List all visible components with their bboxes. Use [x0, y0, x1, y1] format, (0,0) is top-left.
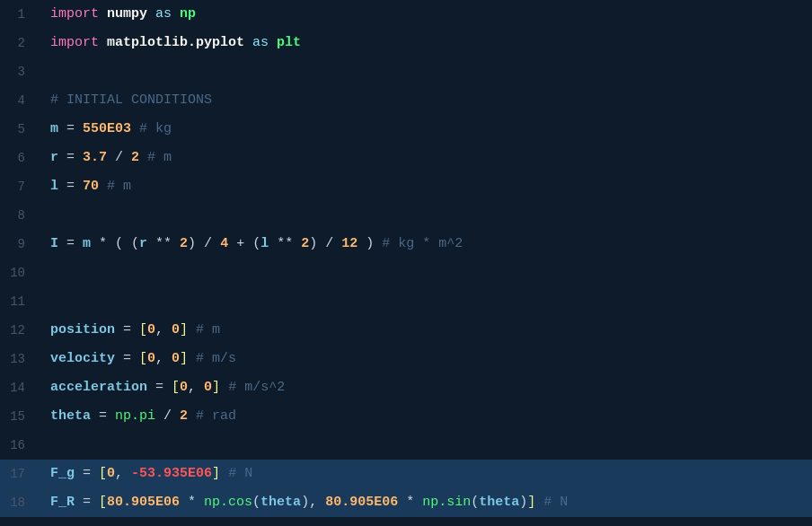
line-number-17: 17 [0, 460, 36, 488]
line-number-7: 7 [0, 172, 36, 201]
token-plain: / [155, 408, 180, 424]
token-plain [172, 6, 180, 22]
token-bracket: ] [180, 322, 188, 338]
token-plain: , [115, 466, 131, 481]
token-plain: * [180, 495, 204, 510]
code-line-7: 7l = 70 # m [0, 172, 812, 201]
code-line-4: 4# INITIAL CONDITIONS [0, 86, 812, 115]
token-num: 2 [180, 408, 188, 424]
token-comment: # m/s [188, 351, 236, 366]
token-attr: np.pi [115, 408, 155, 424]
token-bracket: [ [172, 380, 180, 395]
token-bracket: [ [139, 351, 147, 366]
token-var: l [50, 179, 58, 194]
token-comment: # rad [188, 408, 236, 424]
token-num: 70 [83, 179, 99, 194]
code-line-13: 13velocity = [0, 0] # m/s [0, 345, 812, 373]
line-number-1: 1 [0, 0, 36, 29]
line-number-3: 3 [0, 57, 36, 86]
line-content-7[interactable]: l = 70 # m [36, 172, 812, 201]
token-num: 550E03 [83, 121, 131, 136]
token-plain: ** [269, 236, 301, 251]
line-number-13: 13 [0, 345, 36, 373]
token-alias: np [180, 6, 196, 22]
token-num: 0 [147, 322, 155, 338]
code-line-18: 18F_R = [80.905E06 * np.cos(theta), 80.9… [0, 488, 812, 517]
token-as-kw: as [252, 35, 269, 50]
token-num: 3.7 [83, 150, 107, 165]
token-plain: + ( [228, 236, 260, 251]
token-var: acceleration [50, 380, 147, 395]
token-plain [147, 6, 155, 22]
token-var: l [260, 236, 269, 251]
token-plain: ), [301, 495, 325, 510]
token-plain [99, 35, 107, 50]
line-number-4: 4 [0, 86, 36, 115]
line-content-18[interactable]: F_R = [80.905E06 * np.cos(theta), 80.905… [36, 488, 812, 517]
token-plain: * ( ( [91, 236, 139, 251]
token-comment: # m/s^2 [220, 380, 285, 395]
token-bracket: [ [139, 322, 147, 338]
token-bracket: ] [527, 495, 535, 510]
token-plain: = [115, 322, 139, 338]
line-number-8: 8 [0, 201, 36, 230]
token-plain: = [58, 179, 83, 194]
line-content-17[interactable]: F_g = [0, -53.935E06] # N [36, 460, 812, 488]
line-content-2[interactable]: import matplotlib.pyplot as plt [36, 29, 812, 57]
token-var: r [139, 236, 147, 251]
line-content-5[interactable]: m = 550E03 # kg [36, 115, 812, 144]
token-bracket: ] [180, 351, 188, 366]
token-plain [99, 6, 107, 22]
token-num: 0 [172, 322, 180, 338]
token-var: theta [260, 495, 301, 510]
token-plain: = [58, 236, 83, 251]
line-content-6[interactable]: r = 3.7 / 2 # m [36, 144, 812, 172]
token-plain: / [107, 150, 131, 165]
token-plain: ( [471, 495, 479, 510]
line-content-13[interactable]: velocity = [0, 0] # m/s [36, 345, 812, 373]
code-line-8: 8 [0, 201, 812, 230]
line-number-9: 9 [0, 230, 36, 259]
token-comment: # N [543, 495, 568, 510]
token-plain: ( [252, 495, 260, 510]
token-plain: ) [357, 236, 374, 251]
token-plain: ) / [309, 236, 341, 251]
token-mod: numpy [107, 6, 147, 22]
code-editor: 1import numpy as np2import matplotlib.py… [0, 0, 812, 526]
token-num: 4 [220, 236, 228, 251]
line-content-14[interactable]: acceleration = [0, 0] # m/s^2 [36, 373, 812, 402]
token-comment: # m [188, 322, 220, 338]
line-content-9[interactable]: I = m * ( (r ** 2) / 4 + (l ** 2) / 12 )… [36, 230, 812, 259]
token-var: velocity [50, 351, 115, 366]
token-comment: # N [228, 466, 252, 481]
token-num: 12 [341, 236, 357, 251]
line-content-1[interactable]: import numpy as np [36, 0, 812, 29]
line-content-15[interactable]: theta = np.pi / 2 # rad [36, 402, 812, 431]
token-plain: ) / [188, 236, 220, 251]
line-content-4[interactable]: # INITIAL CONDITIONS [36, 86, 812, 115]
code-line-6: 6r = 3.7 / 2 # m [0, 144, 812, 172]
token-var: F_g [50, 466, 75, 481]
token-mod: matplotlib.pyplot [107, 35, 244, 50]
token-num: 2 [301, 236, 309, 251]
token-plain: , [188, 380, 204, 395]
token-kw: import [50, 6, 99, 22]
code-line-14: 14acceleration = [0, 0] # m/s^2 [0, 373, 812, 402]
token-num: 2 [131, 150, 139, 165]
token-func: np.sin [422, 495, 471, 510]
token-num: 0 [180, 380, 188, 395]
token-plain: = [75, 495, 99, 510]
line-number-2: 2 [0, 29, 36, 57]
token-plain [220, 466, 228, 481]
code-line-9: 9I = m * ( (r ** 2) / 4 + (l ** 2) / 12 … [0, 230, 812, 259]
token-plain [535, 495, 543, 510]
token-var: r [50, 150, 58, 165]
code-line-1: 1import numpy as np [0, 0, 812, 29]
token-alias: plt [277, 35, 301, 50]
token-plain: = [147, 380, 172, 395]
token-plain: = [58, 150, 83, 165]
code-line-5: 5m = 550E03 # kg [0, 115, 812, 144]
token-comment: # m [99, 179, 131, 194]
line-content-12[interactable]: position = [0, 0] # m [36, 316, 812, 345]
token-plain: = [91, 408, 115, 424]
